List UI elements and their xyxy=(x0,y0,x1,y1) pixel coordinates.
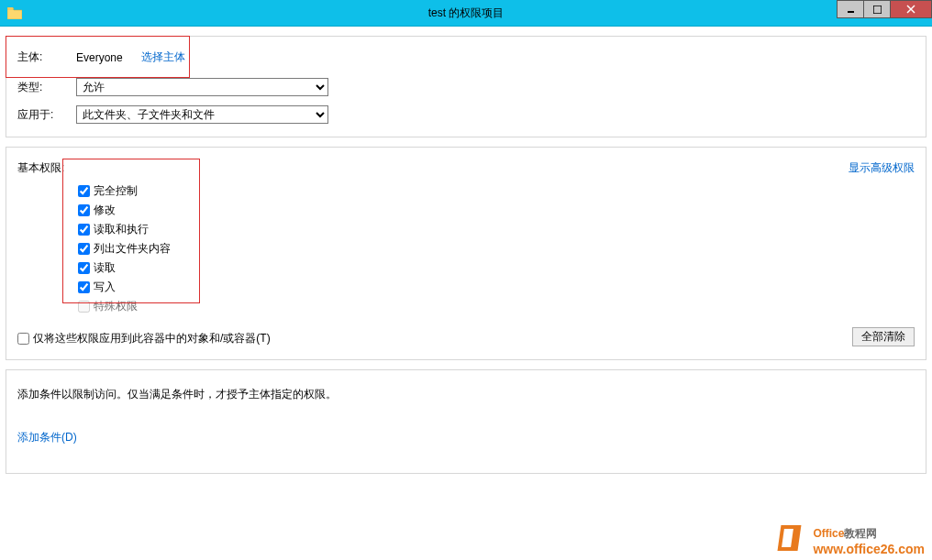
apply-only-label: 仅将这些权限应用到此容器中的对象和/或容器(T) xyxy=(33,331,271,346)
permission-item: 修改 xyxy=(78,201,915,220)
apply-only-checkbox[interactable] xyxy=(17,333,29,345)
permission-item: 读取和执行 xyxy=(78,220,915,239)
close-button[interactable] xyxy=(890,0,932,18)
show-advanced-permissions-link[interactable]: 显示高级权限 xyxy=(849,160,915,176)
applies-to-row: 应用于: 此文件夹、子文件夹和文件 xyxy=(17,105,915,124)
watermark-title: Office教程网 xyxy=(813,520,925,542)
permissions-list: 完全控制 修改 读取和执行 列出文件夹内容 读取 写入 xyxy=(78,181,915,316)
permission-item: 特殊权限 xyxy=(78,297,915,316)
principal-type-group: 主体: Everyone 选择主体 类型: 允许 应用于: 此文件夹、子文件夹和… xyxy=(6,36,926,137)
folder-icon xyxy=(7,7,22,19)
type-row: 类型: 允许 xyxy=(17,78,915,96)
highlight-permissions xyxy=(62,159,200,303)
permission-item: 读取 xyxy=(78,258,915,278)
add-condition-link[interactable]: 添加条件(D) xyxy=(17,430,915,445)
conditions-description: 添加条件以限制访问。仅当满足条件时，才授予主体指定的权限。 xyxy=(17,387,915,402)
highlight-principal xyxy=(6,36,190,78)
minimize-button[interactable] xyxy=(837,0,864,18)
conditions-group: 添加条件以限制访问。仅当满足条件时，才授予主体指定的权限。 添加条件(D) xyxy=(6,369,926,474)
applies-to-select[interactable]: 此文件夹、子文件夹和文件 xyxy=(76,105,328,124)
permission-item: 列出文件夹内容 xyxy=(78,239,915,258)
type-label: 类型: xyxy=(17,80,58,95)
svg-rect-1 xyxy=(873,5,882,14)
titlebar: test 的权限项目 xyxy=(0,0,932,27)
window-title: test 的权限项目 xyxy=(428,5,505,21)
type-select[interactable]: 允许 xyxy=(76,78,328,96)
maximize-button[interactable] xyxy=(863,0,891,18)
permissions-group: 基本权限: 显示高级权限 完全控制 修改 读取和执行 列出文件夹内容 读取 xyxy=(6,147,926,360)
permission-item: 写入 xyxy=(78,278,915,297)
watermark: Office教程网 www.office26.com xyxy=(776,520,925,556)
apply-only-row: 仅将这些权限应用到此容器中的对象和/或容器(T) xyxy=(17,331,915,346)
window-controls xyxy=(838,0,932,18)
clear-all-button[interactable]: 全部清除 xyxy=(852,327,915,346)
applies-to-label: 应用于: xyxy=(17,107,58,123)
watermark-url: www.office26.com xyxy=(813,543,925,556)
permission-item: 完全控制 xyxy=(78,181,915,201)
office-logo-icon xyxy=(776,522,809,555)
